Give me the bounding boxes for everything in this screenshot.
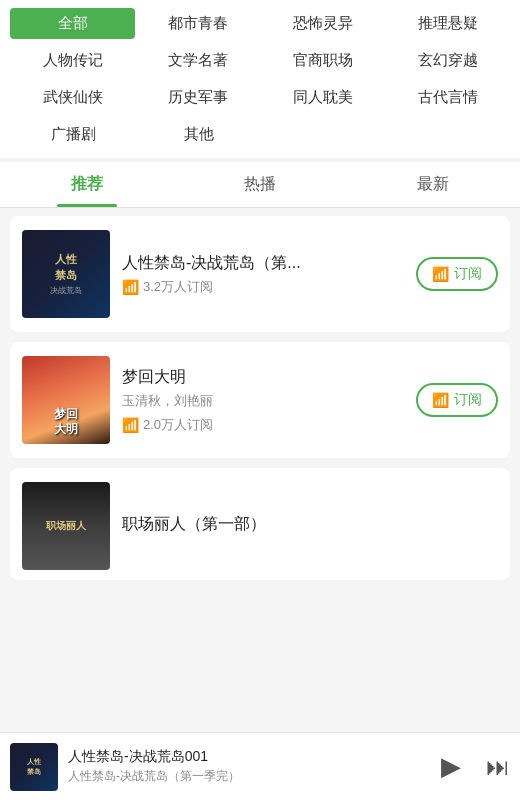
player-cover: 人性禁岛 <box>10 743 58 791</box>
tab-recommend[interactable]: 推荐 <box>0 162 173 207</box>
cat-wuxia[interactable]: 武侠仙侠 <box>10 82 135 113</box>
subscribe-btn-1[interactable]: 📶 订阅 <box>416 257 498 291</box>
player-cover-text: 人性禁岛 <box>27 757 41 775</box>
cat-mystery[interactable]: 推理悬疑 <box>385 8 510 39</box>
subscribe-btn-2[interactable]: 📶 订阅 <box>416 383 498 417</box>
book-card-1[interactable]: 人性禁岛 决战荒岛 人性禁岛-决战荒岛（第... 📶 3.2万人订阅 📶 订阅 <box>10 216 510 332</box>
cat-biography[interactable]: 人物传记 <box>10 45 135 76</box>
wifi-icon-2: 📶 <box>122 417 139 433</box>
player-controls: ▶ ⏭ <box>432 748 510 786</box>
book-cover-3: 职场丽人 <box>22 482 110 570</box>
player-title: 人性禁岛-决战荒岛001 <box>68 748 422 766</box>
tab-latest[interactable]: 最新 <box>347 162 520 207</box>
cover-1-sub: 决战荒岛 <box>50 285 82 296</box>
category-row-2: 人物传记 文学名著 官商职场 玄幻穿越 <box>10 45 510 76</box>
cat-other[interactable]: 其他 <box>136 119 262 150</box>
book-title-3: 职场丽人（第一部） <box>122 514 498 535</box>
play-button[interactable]: ▶ <box>432 748 470 786</box>
wifi-icon-1: 📶 <box>122 279 139 295</box>
book-card-3[interactable]: 职场丽人 职场丽人（第一部） <box>10 468 510 580</box>
next-button[interactable]: ⏭ <box>486 753 510 781</box>
cat-urban-youth[interactable]: 都市青春 <box>135 8 260 39</box>
book-subscribers-2: 📶 2.0万人订阅 <box>122 416 498 434</box>
book-cover-1: 人性禁岛 决战荒岛 <box>22 230 110 318</box>
cover-1-title: 人性禁岛 <box>55 252 77 283</box>
book-list-wrapper: 人性禁岛 决战荒岛 人性禁岛-决战荒岛（第... 📶 3.2万人订阅 📶 订阅 … <box>0 208 520 676</box>
subscribe-icon-1: 📶 <box>432 266 449 282</box>
category-bar: 全部 都市青春 恐怖灵异 推理悬疑 人物传记 文学名著 官商职场 玄幻穿越 武侠… <box>0 0 520 158</box>
player-subtitle: 人性禁岛-决战荒岛（第一季完） <box>68 768 422 785</box>
cat-fanfic[interactable]: 同人耽美 <box>260 82 385 113</box>
subscribe-icon-2: 📶 <box>432 392 449 408</box>
cover-2-title: 梦回大明 <box>54 407 78 438</box>
cat-all[interactable]: 全部 <box>10 8 135 39</box>
cat-radio[interactable]: 广播剧 <box>10 119 136 150</box>
cat-spacer <box>262 129 510 141</box>
cat-horror[interactable]: 恐怖灵异 <box>260 8 385 39</box>
cover-3-title: 职场丽人 <box>46 519 86 533</box>
cat-literature[interactable]: 文学名著 <box>135 45 260 76</box>
player-bar: 人性禁岛 人性禁岛-决战荒岛001 人性禁岛-决战荒岛（第一季完） ▶ ⏭ <box>0 732 520 800</box>
book-info-3: 职场丽人（第一部） <box>122 514 498 539</box>
player-info: 人性禁岛-决战荒岛001 人性禁岛-决战荒岛（第一季完） <box>68 748 422 785</box>
cat-official[interactable]: 官商职场 <box>260 45 385 76</box>
book-list: 人性禁岛 决战荒岛 人性禁岛-决战荒岛（第... 📶 3.2万人订阅 📶 订阅 … <box>0 208 520 598</box>
book-cover-2: 梦回大明 <box>22 356 110 444</box>
cat-fantasy[interactable]: 玄幻穿越 <box>385 45 510 76</box>
book-card-2[interactable]: 梦回大明 梦回大明 玉清秋，刘艳丽 📶 2.0万人订阅 📶 订阅 <box>10 342 510 458</box>
tabs: 推荐 热播 最新 <box>0 162 520 208</box>
category-row-3: 武侠仙侠 历史军事 同人耽美 古代言情 <box>10 82 510 113</box>
category-row-1: 全部 都市青春 恐怖灵异 推理悬疑 <box>10 8 510 39</box>
category-row-4: 广播剧 其他 <box>10 119 510 150</box>
tab-hot[interactable]: 热播 <box>173 162 346 207</box>
cat-romance[interactable]: 古代言情 <box>385 82 510 113</box>
cat-history[interactable]: 历史军事 <box>135 82 260 113</box>
